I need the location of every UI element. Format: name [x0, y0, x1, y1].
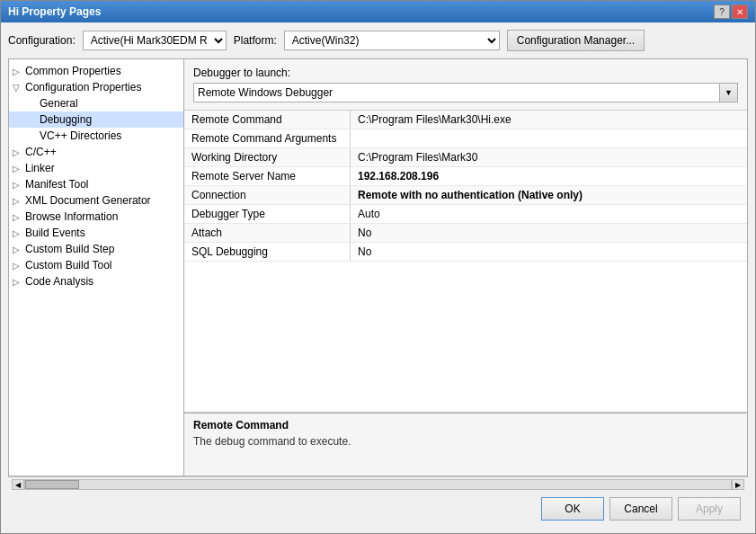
platform-select[interactable]: Active(Win32)	[284, 31, 500, 50]
cancel-button[interactable]: Cancel	[609, 497, 672, 521]
expand-arrow-icon: ▷	[13, 196, 25, 206]
sidebar-item-label: Custom Build Tool	[25, 259, 112, 271]
scrollbar-thumb[interactable]	[25, 480, 79, 489]
prop-value-remote-args	[351, 129, 747, 147]
expand-arrow-icon: ▷	[13, 67, 25, 76]
sidebar-item-manifest-tool[interactable]: ▷ Manifest Tool	[9, 176, 183, 192]
info-panel-title: Remote Command	[193, 419, 738, 432]
sidebar-item-general[interactable]: General	[9, 95, 183, 111]
table-row: Debugger Type Auto	[184, 205, 747, 224]
help-button[interactable]: ?	[714, 4, 730, 19]
table-row: Remote Command C:\Program Files\Mark30\H…	[184, 111, 747, 129]
sidebar-item-label: Configuration Properties	[25, 81, 141, 93]
sidebar-item-label: Debugging	[40, 113, 92, 126]
table-row: Connection Remote with no authentication…	[184, 186, 747, 205]
content-area: Configuration: Active(Hi Mark30EDM Rele.…	[1, 22, 755, 533]
debugger-section: Debugger to launch: Remote Windows Debug…	[184, 59, 747, 110]
bottom-bar: OK Cancel Apply	[8, 492, 748, 526]
debugger-dropdown-button[interactable]: ▼	[719, 84, 737, 102]
sidebar-item-label: Linker	[25, 162, 55, 174]
prop-name-attach: Attach	[184, 224, 351, 242]
sidebar-item-vc-directories[interactable]: VC++ Directories	[9, 128, 183, 144]
sidebar-item-label: Common Properties	[25, 65, 121, 77]
prop-value-server-name: 192.168.208.196	[351, 167, 747, 185]
sidebar-item-label: XML Document Generator	[25, 194, 151, 207]
table-row: Remote Server Name 192.168.208.196	[184, 167, 747, 186]
expand-arrow-icon: ▽	[13, 83, 25, 93]
sidebar-item-browse-info[interactable]: ▷ Browse Information	[9, 209, 183, 225]
prop-value-sql-debugging: No	[351, 243, 747, 261]
prop-value-connection: Remote with no authentication (Native on…	[351, 186, 747, 204]
sidebar-item-label: Browse Information	[25, 210, 118, 223]
prop-value-remote-command: C:\Program Files\Mark30\Hi.exe	[351, 111, 747, 129]
expand-arrow-icon: ▷	[13, 164, 25, 174]
prop-value-attach: No	[351, 224, 747, 242]
sidebar-item-label: C/C++	[25, 146, 57, 158]
properties-grid: Remote Command C:\Program Files\Mark30\H…	[184, 110, 747, 413]
platform-label: Platform:	[234, 34, 277, 47]
sidebar-item-common-properties[interactable]: ▷ Common Properties	[9, 63, 183, 79]
expand-arrow-icon: ▷	[13, 228, 25, 238]
apply-button[interactable]: Apply	[678, 497, 741, 521]
prop-name-remote-args: Remote Command Arguments	[184, 129, 351, 147]
main-window: Hi Property Pages ? ✕ Configuration: Act…	[0, 0, 756, 534]
title-bar: Hi Property Pages ? ✕	[1, 1, 755, 22]
main-area: ▷ Common Properties ▽ Configuration Prop…	[8, 58, 748, 476]
config-manager-button[interactable]: Configuration Manager...	[507, 30, 645, 51]
prop-name-connection: Connection	[184, 186, 351, 204]
spacer-icon	[13, 115, 25, 125]
scrollbar-area: ◀ ▶	[8, 476, 748, 492]
right-panel: Debugger to launch: Remote Windows Debug…	[184, 59, 747, 476]
debugger-input[interactable]: Remote Windows Debugger	[194, 85, 719, 101]
prop-name-remote-command: Remote Command	[184, 111, 351, 129]
sidebar-item-label: Code Analysis	[25, 275, 93, 288]
table-row: Remote Command Arguments	[184, 129, 747, 148]
sidebar-item-label: General	[40, 97, 78, 110]
spacer-icon	[13, 99, 25, 109]
title-bar-controls: ? ✕	[714, 4, 748, 19]
prop-value-debugger-type: Auto	[351, 205, 747, 223]
expand-arrow-icon: ▷	[13, 277, 25, 287]
sidebar-item-custom-build-tool[interactable]: ▷ Custom Build Tool	[9, 257, 183, 273]
window-title: Hi Property Pages	[8, 5, 101, 18]
sidebar-item-label: Manifest Tool	[25, 178, 88, 191]
scroll-right-button[interactable]: ▶	[732, 479, 744, 490]
prop-value-working-dir: C:\Program Files\Mark30	[351, 148, 747, 166]
prop-name-server-name: Remote Server Name	[184, 167, 351, 185]
prop-name-working-dir: Working Directory	[184, 148, 351, 166]
sidebar-item-label: Custom Build Step	[25, 243, 114, 255]
sidebar-item-custom-build-step[interactable]: ▷ Custom Build Step	[9, 241, 183, 257]
sidebar-item-xml-doc[interactable]: ▷ XML Document Generator	[9, 192, 183, 209]
sidebar-item-configuration-properties[interactable]: ▽ Configuration Properties	[9, 79, 183, 95]
table-row: Attach No	[184, 224, 747, 243]
config-select[interactable]: Active(Hi Mark30EDM Rele...	[83, 31, 227, 50]
sidebar-item-label: VC++ Directories	[40, 129, 121, 142]
expand-arrow-icon: ▷	[13, 261, 25, 271]
table-row: SQL Debugging No	[184, 243, 747, 262]
sidebar-item-debugging[interactable]: Debugging	[9, 111, 183, 128]
ok-button[interactable]: OK	[541, 497, 604, 521]
scrollbar-track[interactable]	[24, 479, 732, 490]
scroll-left-button[interactable]: ◀	[12, 479, 24, 490]
table-row: Working Directory C:\Program Files\Mark3…	[184, 148, 747, 167]
debugger-label: Debugger to launch:	[193, 67, 738, 79]
expand-arrow-icon: ▷	[13, 180, 25, 190]
config-label: Configuration:	[8, 34, 76, 47]
expand-arrow-icon: ▷	[13, 245, 25, 254]
top-bar: Configuration: Active(Hi Mark30EDM Rele.…	[8, 30, 748, 51]
sidebar-item-build-events[interactable]: ▷ Build Events	[9, 225, 183, 241]
close-button[interactable]: ✕	[732, 4, 748, 19]
sidebar-item-label: Build Events	[25, 227, 85, 239]
sidebar-item-cpp[interactable]: ▷ C/C++	[9, 144, 183, 160]
info-panel: Remote Command The debug command to exec…	[184, 413, 747, 476]
info-panel-description: The debug command to execute.	[193, 435, 738, 448]
sidebar-item-code-analysis[interactable]: ▷ Code Analysis	[9, 273, 183, 289]
sidebar: ▷ Common Properties ▽ Configuration Prop…	[9, 59, 184, 476]
sidebar-item-linker[interactable]: ▷ Linker	[9, 160, 183, 176]
debugger-dropdown[interactable]: Remote Windows Debugger ▼	[193, 83, 738, 102]
spacer-icon	[13, 131, 25, 141]
prop-name-debugger-type: Debugger Type	[184, 205, 351, 223]
expand-arrow-icon: ▷	[13, 212, 25, 222]
prop-name-sql-debugging: SQL Debugging	[184, 243, 351, 261]
expand-arrow-icon: ▷	[13, 147, 25, 157]
